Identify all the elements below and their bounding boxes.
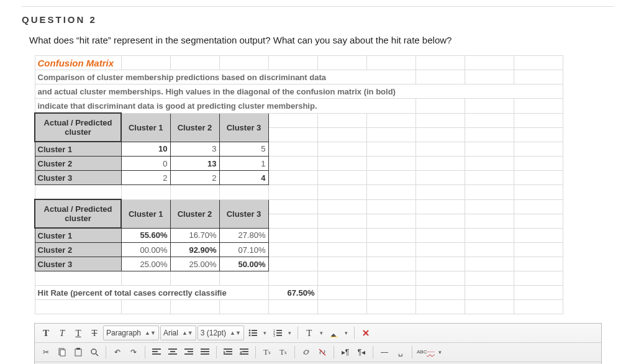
pct-col-3: Cluster 3: [219, 199, 268, 228]
number-list-dropdown[interactable]: ▾: [286, 325, 294, 340]
svg-rect-24: [168, 353, 177, 355]
svg-rect-25: [184, 348, 193, 350]
pct-corner: Actual / Predicted cluster: [35, 199, 121, 228]
editor-toolbar: T T T T Paragraph▲▼ Arial▲▼ 3 (12pt)▲▼ ▾…: [34, 323, 602, 364]
counts-cell: 2: [170, 171, 219, 185]
italic-button[interactable]: T: [55, 325, 70, 340]
confusion-desc-2: and actual cluster memberships. High val…: [35, 84, 563, 99]
highlight-button[interactable]: [327, 325, 342, 340]
spellcheck-button[interactable]: ABC~~~: [416, 345, 435, 360]
subscript-button[interactable]: Tx: [276, 345, 291, 360]
redo-button[interactable]: ↷: [126, 345, 141, 360]
bold-button[interactable]: T: [39, 325, 53, 340]
svg-point-17: [91, 349, 96, 354]
pct-col-2: Cluster 2: [170, 199, 219, 228]
counts-cell: 10: [121, 142, 170, 157]
svg-rect-20: [152, 351, 158, 352]
pct-row-1: Cluster 1: [35, 228, 121, 243]
pct-cell: 25.00%: [170, 257, 219, 271]
highlight-dropdown[interactable]: ▾: [343, 325, 350, 340]
rtl-button[interactable]: ¶◂: [354, 345, 369, 360]
pct-cell: 55.60%: [121, 228, 170, 243]
counts-cell: 3: [170, 142, 219, 157]
strikethrough-button[interactable]: T: [87, 325, 102, 340]
text-color-dropdown[interactable]: ▾: [318, 325, 325, 340]
unlink-button[interactable]: [315, 345, 330, 360]
bullet-list-dropdown[interactable]: ▾: [261, 325, 269, 340]
align-center-button[interactable]: [165, 345, 180, 360]
svg-rect-19: [152, 348, 161, 350]
counts-row-3: Cluster 3: [35, 171, 121, 185]
indent-button[interactable]: [220, 345, 235, 360]
counts-cell: 4: [219, 171, 268, 185]
counts-col-3: Cluster 3: [219, 113, 268, 142]
svg-rect-35: [242, 351, 248, 352]
svg-rect-15: [75, 349, 81, 356]
counts-corner: Actual / Predicted cluster: [35, 113, 121, 142]
svg-point-0: [249, 330, 251, 332]
link-button[interactable]: [299, 345, 314, 360]
svg-rect-29: [201, 351, 209, 352]
counts-cell: 13: [170, 157, 219, 171]
svg-line-18: [96, 353, 98, 356]
svg-rect-1: [252, 330, 257, 331]
confusion-desc-1: Comparison of cluster membership predict…: [35, 70, 416, 84]
hr-button[interactable]: —: [377, 345, 392, 360]
svg-rect-30: [201, 353, 209, 355]
pct-col-1: Cluster 1: [121, 199, 170, 228]
hit-rate-label: Hit Rate (percent of total cases correct…: [35, 286, 268, 300]
svg-rect-12: [330, 337, 338, 337]
paragraph-select[interactable]: Paragraph▲▼: [103, 325, 159, 340]
ltr-button[interactable]: ▸¶: [338, 345, 353, 360]
outdent-button[interactable]: [237, 345, 252, 360]
svg-point-4: [249, 335, 251, 337]
svg-rect-7: [276, 330, 282, 331]
clear-format-button[interactable]: [358, 325, 373, 340]
counts-col-1: Cluster 1: [121, 113, 170, 142]
svg-rect-26: [188, 351, 193, 352]
svg-rect-27: [184, 353, 193, 355]
number-list-button[interactable]: 123: [270, 325, 285, 340]
counts-cell: 2: [121, 171, 170, 185]
align-justify-button[interactable]: [198, 345, 212, 360]
find-button[interactable]: [87, 345, 102, 360]
font-select[interactable]: Arial▲▼: [160, 325, 196, 340]
pct-cell: 50.00%: [219, 257, 268, 271]
cut-button[interactable]: ✂: [39, 345, 53, 360]
spreadsheet: Confusion Matrix Comparison of cluster m…: [34, 55, 563, 314]
svg-rect-34: [240, 348, 248, 350]
pct-cell: 16.70%: [170, 228, 219, 243]
svg-rect-9: [276, 332, 282, 334]
pct-cell: 27.80%: [219, 228, 268, 243]
confusion-desc-3: indicate that discriminant data is good …: [35, 99, 416, 114]
pct-cell: 07.10%: [219, 243, 268, 257]
svg-rect-32: [226, 351, 232, 352]
svg-rect-21: [152, 353, 161, 355]
svg-rect-31: [224, 348, 232, 350]
bullet-list-button[interactable]: [245, 325, 260, 340]
align-right-button[interactable]: [181, 345, 196, 360]
pct-cell: 00.00%: [121, 243, 170, 257]
question-label: QUESTION 2: [22, 14, 614, 25]
underline-button[interactable]: T: [71, 325, 86, 340]
copy-button[interactable]: [55, 345, 70, 360]
counts-cell: 1: [219, 157, 268, 171]
superscript-button[interactable]: Tx: [260, 345, 275, 360]
svg-rect-16: [76, 348, 80, 350]
hit-rate-value: 67.50%: [268, 286, 317, 300]
paste-button[interactable]: [71, 345, 86, 360]
svg-rect-14: [60, 350, 65, 356]
nbsp-button[interactable]: ␣: [393, 345, 408, 360]
svg-rect-36: [240, 353, 248, 355]
svg-rect-22: [168, 348, 177, 350]
undo-button[interactable]: ↶: [110, 345, 125, 360]
pct-cell: 92.90%: [170, 243, 219, 257]
size-select[interactable]: 3 (12pt)▲▼: [198, 325, 244, 340]
pct-cell: 25.00%: [121, 257, 170, 271]
align-left-button[interactable]: [149, 345, 164, 360]
svg-text:3: 3: [273, 334, 275, 337]
svg-rect-11: [276, 335, 282, 336]
svg-rect-28: [201, 348, 209, 350]
text-color-button[interactable]: T: [302, 325, 317, 340]
spellcheck-dropdown[interactable]: ▾: [437, 345, 444, 360]
